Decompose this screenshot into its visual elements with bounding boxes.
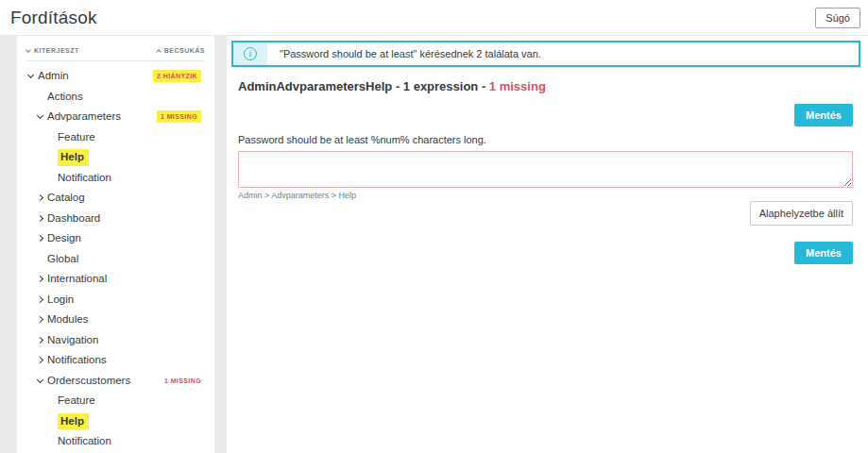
panel-gutter [214, 36, 227, 453]
domain-heading-text: AdminAdvparametersHelp - 1 expression - [238, 79, 489, 93]
missing-count-badge: 2 HIÁNYZIK [153, 70, 201, 82]
help-button[interactable]: Súgó [815, 8, 860, 28]
tree-item-help-selected[interactable]: Help [17, 147, 207, 168]
info-icon: i [244, 47, 257, 60]
tree-item-notification[interactable]: Notification [17, 431, 207, 452]
translation-edit-panel: i "Password should be at least" kérésedn… [227, 36, 868, 453]
breadcrumb: Admin > Advparameters > Help [238, 191, 853, 200]
collapse-all-link[interactable]: BECSUKÁS [157, 47, 205, 54]
tree-item-international[interactable]: International [17, 269, 207, 290]
tree-item-navigation[interactable]: Navigation [17, 330, 207, 351]
tree-item-modules[interactable]: Modules [17, 310, 207, 330]
translation-tree-sidebar: KITERJESZT BECSUKÁS Admin 2 HIÁNYZIK Act… [17, 36, 214, 453]
chevron-right-icon [37, 276, 43, 282]
domain-heading: AdminAdvparametersHelp - 1 expression - … [238, 79, 853, 93]
search-results-alert: i "Password should be at least" kérésedn… [231, 41, 860, 67]
chevron-down-icon [37, 377, 43, 383]
translation-domain-tree: Admin 2 HIÁNYZIK Actions Advparameters 1… [17, 61, 207, 453]
expand-all-link[interactable]: KITERJESZT [26, 47, 79, 54]
chevron-right-icon [37, 357, 43, 363]
tree-item-feature[interactable]: Feature [17, 391, 207, 411]
missing-count-badge: 1 MISSING [157, 110, 201, 123]
chevron-right-icon [37, 337, 43, 344]
chevron-right-icon [37, 215, 43, 222]
tree-item-help-selected[interactable]: Help [17, 411, 207, 432]
save-button-bottom[interactable]: Mentés [794, 242, 853, 264]
tree-item-design[interactable]: Design [17, 228, 207, 249]
save-row-bottom: Mentés [238, 242, 853, 264]
tree-item-dashboard[interactable]: Dashboard [17, 209, 207, 229]
expand-all-label: KITERJESZT [34, 47, 79, 54]
tree-item-notification[interactable]: Notification [17, 168, 207, 189]
collapse-all-label: BECSUKÁS [164, 47, 205, 54]
alert-icon-box: i [233, 42, 267, 65]
chevron-right-icon [37, 296, 43, 303]
tree-item-advparameters[interactable]: Advparameters 1 MISSING [17, 107, 207, 127]
chevron-down-icon [26, 47, 31, 53]
missing-count-text: 1 missing [489, 79, 546, 93]
page-title: Fordítások [10, 8, 97, 28]
chevron-up-icon [156, 49, 162, 55]
chevron-down-icon [27, 72, 34, 78]
tree-item-catalog[interactable]: Catalog [17, 188, 207, 209]
tree-item-notifications[interactable]: Notifications [17, 350, 207, 371]
chevron-right-icon [37, 235, 43, 242]
save-row-top: Mentés [238, 104, 853, 126]
tree-item-orderscustomers[interactable]: Orderscustomers 1 MISSING [17, 371, 207, 392]
tree-item-admin[interactable]: Admin 2 HIÁNYZIK [17, 66, 207, 87]
reset-row: Alaphelyzetbe állít [238, 201, 853, 226]
tree-item-login[interactable]: Login [17, 290, 207, 310]
reset-button[interactable]: Alaphelyzetbe állít [750, 201, 853, 226]
top-header: Fordítások Súgó [0, 0, 868, 36]
chevron-right-icon [37, 194, 43, 201]
tree-item-actions[interactable]: Actions [17, 87, 207, 108]
page-layout: KITERJESZT BECSUKÁS Admin 2 HIÁNYZIK Act… [0, 36, 868, 453]
translation-input[interactable] [238, 151, 853, 188]
chevron-down-icon [37, 112, 43, 119]
source-string-label: Password should be at least %num% charac… [238, 134, 853, 145]
alert-message: "Password should be at least" kérésednek… [267, 48, 541, 59]
tree-item-global[interactable]: Global [17, 249, 207, 270]
tree-toolbar: KITERJESZT BECSUKÁS [26, 41, 205, 61]
save-button[interactable]: Mentés [794, 104, 853, 126]
chevron-right-icon [37, 316, 43, 323]
tree-item-feature[interactable]: Feature [17, 127, 207, 148]
missing-count-badge: 1 MISSING [164, 378, 201, 384]
